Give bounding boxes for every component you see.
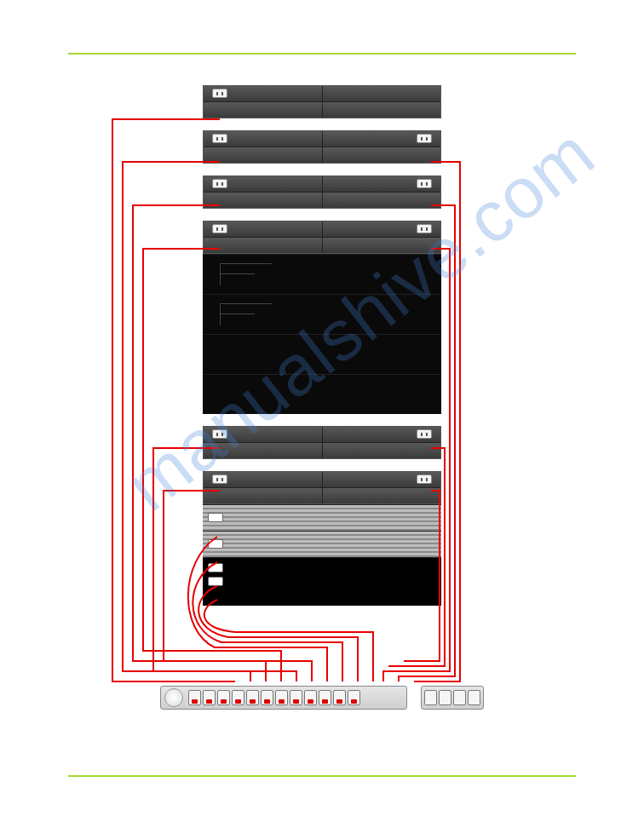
divider-bottom — [68, 775, 576, 777]
socket-icon — [203, 690, 216, 705]
socket-icon — [232, 690, 244, 705]
psu-cell — [323, 147, 441, 163]
psu-row — [204, 192, 440, 208]
power-plug-icon — [212, 134, 227, 143]
psu-cell — [323, 443, 441, 458]
socket-icon — [188, 690, 201, 705]
air-gap — [203, 118, 441, 130]
socket-icon — [246, 690, 259, 705]
socket-icon — [290, 690, 302, 705]
pdu-breaker-icon — [164, 688, 183, 707]
power-plug-icon — [417, 474, 432, 484]
air-gap — [203, 164, 441, 175]
psu-cell — [323, 427, 441, 442]
psu-cell — [323, 193, 441, 208]
psu-cell — [204, 193, 323, 208]
socket-icon — [275, 690, 288, 705]
rack-group-5 — [203, 426, 441, 459]
psu-row — [204, 101, 440, 118]
divider-top — [68, 53, 576, 55]
socket-icon — [304, 690, 317, 705]
psu-cell — [204, 102, 323, 118]
psu-cell — [204, 488, 323, 503]
psu-row — [204, 472, 440, 487]
psu-row — [204, 176, 440, 192]
rack-group-6 — [203, 471, 441, 504]
pdu-area — [160, 686, 484, 713]
psu-cell — [323, 131, 441, 147]
air-gap — [203, 209, 441, 221]
psu-cell — [323, 102, 441, 118]
banded-unit — [203, 504, 441, 531]
pdu-strip — [160, 686, 407, 710]
power-plug-icon — [417, 224, 432, 233]
power-plug-icon — [208, 563, 223, 572]
diagram-container — [0, 85, 644, 713]
power-plug-icon — [417, 429, 432, 439]
psu-row — [204, 131, 440, 147]
air-gap — [203, 459, 441, 471]
socket-icon — [261, 690, 273, 705]
psu-cell — [323, 488, 441, 503]
black-unit — [203, 557, 441, 606]
air-gap — [203, 414, 441, 426]
controller-block — [203, 254, 441, 294]
psu-cell — [204, 147, 323, 163]
pdu-extension — [421, 686, 484, 710]
socket-icon — [319, 690, 331, 705]
psu-cell — [323, 176, 441, 192]
controller-block — [203, 374, 441, 414]
psu-cell — [204, 86, 323, 101]
socket-icon — [439, 690, 451, 705]
rack-group-4 — [203, 221, 441, 254]
psu-cell — [204, 427, 323, 442]
psu-cell — [323, 238, 441, 253]
psu-cell — [323, 86, 441, 101]
rack-group-1 — [203, 85, 441, 118]
psu-cell — [204, 131, 323, 147]
power-plug-icon — [208, 577, 223, 586]
socket-icon — [424, 690, 437, 705]
psu-row — [204, 221, 440, 237]
socket-icon — [468, 690, 480, 705]
power-plug-icon — [212, 429, 227, 439]
power-plug-icon — [212, 224, 227, 233]
psu-cell — [204, 238, 323, 253]
psu-cell — [204, 176, 323, 192]
psu-cell — [204, 472, 323, 487]
psu-cell — [323, 472, 441, 487]
page: { "watermark": "manualshive.com", "diagr… — [0, 0, 644, 828]
psu-row — [204, 487, 440, 503]
power-plug-icon — [208, 513, 223, 522]
psu-row — [204, 442, 440, 458]
controller-block — [203, 334, 441, 374]
psu-cell — [204, 443, 323, 458]
socket-icon — [333, 690, 346, 705]
rack-group-2 — [203, 130, 441, 164]
socket-icon — [217, 690, 230, 705]
power-plug-icon — [417, 179, 432, 188]
pdu-sockets — [188, 690, 403, 705]
psu-row — [204, 86, 440, 101]
psu-cell — [204, 221, 323, 237]
psu-row — [204, 237, 440, 253]
rack-group-3 — [203, 175, 441, 209]
power-plug-icon — [212, 474, 227, 484]
psu-cell — [323, 221, 441, 237]
socket-icon — [453, 690, 466, 705]
controller-block — [203, 294, 441, 334]
psu-row — [204, 427, 440, 442]
power-plug-icon — [208, 539, 223, 549]
power-plug-icon — [417, 134, 432, 143]
power-plug-icon — [212, 179, 227, 188]
psu-row — [204, 147, 440, 163]
equipment-rack — [203, 85, 441, 606]
banded-unit — [203, 531, 441, 557]
power-plug-icon — [212, 89, 227, 98]
socket-icon — [348, 690, 360, 705]
